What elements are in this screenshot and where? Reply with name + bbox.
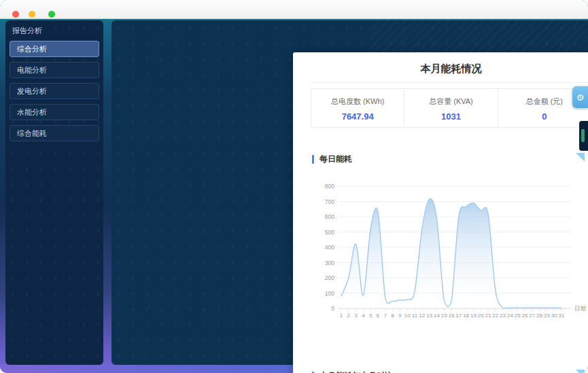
svg-text:日期: 日期 <box>574 305 586 312</box>
stat-value: 1031 <box>404 111 497 122</box>
svg-text:4: 4 <box>362 313 365 319</box>
gear-icon: ⚙ <box>576 93 585 102</box>
svg-text:11: 11 <box>412 313 418 319</box>
settings-float-button[interactable]: ⚙ <box>572 86 588 108</box>
sidebar-item-0[interactable]: 综合分析 <box>10 41 99 57</box>
sidebar-item-3[interactable]: 水能分析 <box>10 104 99 120</box>
stat-total-kwh: 总电度数 (KWh) 7647.94 <box>311 89 404 127</box>
sidebar-item-4[interactable]: 综合能耗 <box>10 125 99 141</box>
svg-text:13: 13 <box>426 313 432 319</box>
mini-green-indicator <box>581 129 585 142</box>
svg-text:29: 29 <box>544 313 550 319</box>
maximize-button[interactable] <box>48 11 55 18</box>
section-title: 每日能耗 <box>319 154 352 165</box>
svg-text:600: 600 <box>325 213 334 220</box>
svg-text:400: 400 <box>325 244 334 251</box>
svg-text:20: 20 <box>478 313 484 319</box>
section-month-compare-header: 本月能耗与上月对比 <box>312 369 588 373</box>
sidebar-menu: 综合分析电能分析发电分析水能分析综合能耗 <box>5 41 103 141</box>
svg-text:6: 6 <box>377 313 380 319</box>
svg-text:1: 1 <box>340 313 343 319</box>
section-daily-energy-header: 每日能耗 <box>312 152 588 166</box>
stat-label: 总电度数 (KWh) <box>311 96 404 107</box>
svg-text:14: 14 <box>434 313 440 319</box>
corner-triangle-icon[interactable] <box>576 153 585 162</box>
svg-text:15: 15 <box>441 313 447 319</box>
section-title: 本月能耗与上月对比 <box>319 370 393 373</box>
card-title: 本月能耗情况 <box>312 52 588 83</box>
minimize-button[interactable] <box>29 11 35 18</box>
stat-label: 总容量 (KVA) <box>404 96 497 107</box>
svg-text:19: 19 <box>470 313 477 319</box>
close-button[interactable] <box>12 11 19 18</box>
stats-summary-box: 总电度数 (KWh) 7647.94 总容量 (KVA) 1031 总金额 (元… <box>311 88 588 128</box>
svg-text:31: 31 <box>559 313 565 319</box>
daily-energy-chart-svg: 0100200300400500600700800123456789101112… <box>309 175 588 321</box>
svg-text:16: 16 <box>449 313 455 319</box>
svg-text:500: 500 <box>325 229 334 236</box>
app-window: 报告分析 综合分析电能分析发电分析水能分析综合能耗 本月能耗情况 总电度数 (K… <box>0 0 588 373</box>
svg-text:5: 5 <box>369 313 373 319</box>
section-accent-bar <box>312 155 314 164</box>
svg-text:17: 17 <box>455 313 462 319</box>
svg-text:26: 26 <box>522 313 528 319</box>
edge-mini-widget[interactable] <box>579 121 588 151</box>
svg-text:27: 27 <box>529 313 535 319</box>
svg-text:23: 23 <box>500 313 506 319</box>
sidebar-item-2[interactable]: 发电分析 <box>10 83 99 99</box>
svg-text:9: 9 <box>398 313 402 319</box>
titlebar <box>0 0 588 19</box>
sidebar-header: 报告分析 <box>5 20 103 41</box>
svg-text:18: 18 <box>463 313 469 319</box>
svg-text:0: 0 <box>331 305 334 312</box>
svg-text:24: 24 <box>507 313 513 319</box>
svg-text:30: 30 <box>551 313 557 319</box>
svg-text:21: 21 <box>485 313 491 319</box>
svg-text:300: 300 <box>325 260 334 266</box>
sidebar-item-1[interactable]: 电能分析 <box>10 62 99 78</box>
svg-text:28: 28 <box>536 313 542 319</box>
svg-text:800: 800 <box>325 183 334 190</box>
svg-text:700: 700 <box>325 198 334 205</box>
stat-value: 7647.94 <box>311 111 404 122</box>
stat-total-kva: 总容量 (KVA) 1031 <box>404 89 497 127</box>
svg-text:100: 100 <box>325 290 334 297</box>
corner-triangle-icon[interactable] <box>576 370 585 373</box>
svg-text:7: 7 <box>384 313 387 319</box>
svg-text:200: 200 <box>325 274 334 281</box>
svg-text:22: 22 <box>492 313 498 319</box>
svg-text:25: 25 <box>515 313 521 319</box>
svg-text:3: 3 <box>354 313 358 319</box>
svg-text:8: 8 <box>391 313 394 319</box>
svg-text:10: 10 <box>404 313 411 319</box>
main-panel: 本月能耗情况 总电度数 (KWh) 7647.94 总容量 (KVA) 1031… <box>111 20 588 365</box>
svg-text:12: 12 <box>419 313 425 319</box>
stat-value: 0 <box>498 111 588 122</box>
daily-energy-chart: 0100200300400500600700800123456789101112… <box>309 175 588 323</box>
energy-report-card: 本月能耗情况 总电度数 (KWh) 7647.94 总容量 (KVA) 1031… <box>293 52 588 373</box>
svg-text:2: 2 <box>347 313 351 319</box>
sidebar-panel: 报告分析 综合分析电能分析发电分析水能分析综合能耗 <box>5 20 103 365</box>
